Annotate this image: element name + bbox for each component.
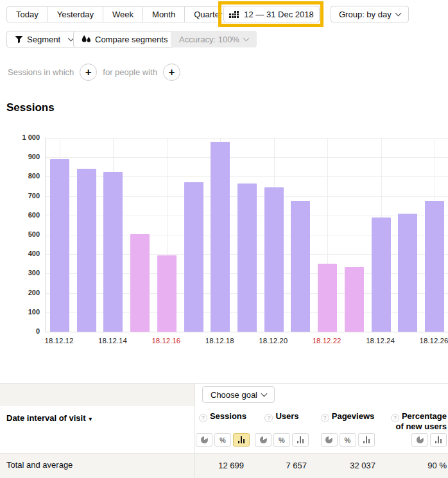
column-header-percentage-of-new-users[interactable]: ?Percentage of new users — [382, 406, 448, 432]
x-axis-label: 18.12.26 — [411, 337, 448, 345]
sort-descending-icon: ▾ — [89, 416, 92, 422]
metrica-report-page: TodayYesterdayWeekMonthQuarterYear 12 — … — [0, 0, 448, 478]
compare-segments-label: Compare segments — [95, 35, 168, 44]
bar-chart-toggle-button[interactable] — [233, 433, 250, 447]
calendar-icon — [229, 11, 239, 18]
metric-view-toggles: % — [313, 432, 382, 454]
for-people-with-label: for people with — [103, 67, 157, 77]
chart-bar-18.12.19[interactable] — [237, 184, 257, 332]
chart-bar-18.12.25[interactable] — [398, 214, 417, 332]
chart-bar-18.12.20[interactable] — [264, 187, 284, 332]
percent-icon: % — [279, 436, 285, 444]
help-icon[interactable]: ? — [199, 414, 207, 422]
chart-bar-18.12.23[interactable] — [345, 267, 364, 332]
percent-toggle-button[interactable]: % — [214, 433, 231, 447]
chart-bar-18.12.16[interactable] — [157, 255, 177, 332]
chevron-down-icon — [395, 10, 401, 17]
pie-chart-icon — [201, 436, 208, 443]
pie-chart-toggle-button[interactable] — [321, 433, 338, 447]
percent-toggle-button[interactable]: % — [273, 433, 290, 447]
y-axis-label: 1 000 — [0, 133, 40, 141]
bar-chart-icon — [297, 436, 304, 443]
pie-chart-icon — [325, 436, 332, 443]
date-interval-header[interactable]: Date interval of visit▾ — [6, 413, 92, 423]
y-axis-label: 600 — [0, 211, 40, 219]
chart-bar-18.12.18[interactable] — [211, 142, 230, 332]
table-column-divider — [194, 384, 195, 478]
period-button-week[interactable]: Week — [103, 6, 143, 22]
chart-bar-18.12.22[interactable] — [318, 264, 337, 332]
help-icon[interactable]: ? — [321, 414, 329, 422]
pie-chart-icon — [417, 436, 424, 443]
total-value-percentage-of-new-users: 90 % — [382, 454, 448, 478]
chart-bar-18.12.15[interactable] — [130, 234, 150, 332]
y-axis-label: 100 — [0, 308, 40, 316]
group-by-button[interactable]: Group: by day — [331, 6, 409, 22]
chart-bar-18.12.21[interactable] — [291, 201, 310, 332]
help-icon[interactable]: ? — [264, 414, 273, 422]
bar-chart-icon — [435, 436, 442, 443]
accuracy-button[interactable]: Accuracy: 100% — [171, 31, 257, 47]
metric-columns: ?Sessions%12 699?Users%7 657?Pageviews%3… — [195, 406, 448, 478]
y-gridline — [46, 138, 448, 139]
column-header-users[interactable]: ?Users — [250, 406, 313, 432]
goal-strip — [0, 384, 194, 406]
sessions-in-which-label: Sessions in which — [8, 67, 74, 77]
accuracy-label: Accuracy: 100% — [179, 35, 239, 44]
metric-column-users: ?Users%7 657 — [250, 406, 313, 478]
segment-button[interactable]: Segment — [6, 31, 82, 47]
x-axis-label: 18.12.14 — [90, 337, 135, 345]
bar-chart-toggle-button[interactable] — [430, 433, 447, 447]
x-axis-label: 18.12.12 — [37, 337, 82, 345]
add-user-condition-button[interactable]: + — [163, 64, 180, 81]
chart-bar-18.12.12[interactable] — [50, 159, 69, 332]
metric-view-toggles: % — [195, 432, 250, 454]
y-axis-label: 300 — [0, 269, 40, 277]
chart-title: Sessions — [6, 101, 55, 114]
period-button-today[interactable]: Today — [6, 6, 48, 22]
bar-chart-icon — [363, 436, 370, 443]
bar-chart-icon — [238, 436, 245, 443]
drops-icon — [82, 35, 91, 44]
pie-chart-toggle-button[interactable] — [255, 433, 271, 447]
segment-builder-row: Sessions in which + for people with + — [8, 63, 180, 81]
metric-view-toggles: % — [250, 432, 313, 454]
funnel-icon — [15, 35, 23, 44]
total-value-sessions: 12 699 — [195, 454, 250, 478]
chart-bar-18.12.26[interactable] — [425, 201, 444, 332]
column-label: Sessions — [210, 411, 246, 421]
y-axis-label: 0 — [0, 327, 40, 335]
chart-bar-18.12.13[interactable] — [77, 169, 96, 332]
total-value-users: 7 657 — [250, 454, 313, 478]
choose-goal-button[interactable]: Choose goal — [202, 386, 275, 403]
bar-chart-toggle-button[interactable] — [292, 433, 309, 447]
group-by-label: Group: by day — [339, 10, 392, 19]
column-label: Users — [275, 411, 298, 421]
chart-bar-18.12.17[interactable] — [184, 182, 203, 332]
total-value-pageviews: 32 037 — [313, 454, 382, 478]
total-row-label: Total and average — [6, 453, 73, 478]
period-button-yesterday[interactable]: Yesterday — [47, 6, 103, 22]
x-axis-label: 18.12.22 — [304, 337, 349, 345]
segment-label: Segment — [27, 35, 60, 44]
period-button-month[interactable]: Month — [142, 6, 185, 22]
date-range-button[interactable]: 12 — 31 Dec 2018 — [223, 6, 320, 22]
pie-chart-toggle-button[interactable] — [196, 433, 212, 447]
sessions-chart: 01002003004005006007008009001 00018.12.1… — [0, 128, 448, 353]
chevron-down-icon — [243, 35, 249, 42]
bar-chart-toggle-button[interactable] — [358, 433, 375, 447]
chart-bar-18.12.24[interactable] — [372, 218, 391, 332]
y-gridline — [46, 157, 448, 158]
y-axis-label: 700 — [0, 192, 40, 200]
y-axis-label: 200 — [0, 289, 40, 296]
date-range-label: 12 — 31 Dec 2018 — [244, 10, 313, 19]
column-header-sessions[interactable]: ?Sessions — [195, 406, 250, 432]
add-session-condition-button[interactable]: + — [80, 64, 97, 81]
percent-toggle-button[interactable]: % — [340, 433, 356, 447]
x-axis-label: 18.12.16 — [144, 337, 189, 345]
x-axis-label: 18.12.24 — [358, 337, 403, 345]
chart-bar-18.12.14[interactable] — [103, 172, 123, 332]
column-header-pageviews[interactable]: ?Pageviews — [313, 406, 382, 432]
chevron-down-icon — [261, 391, 268, 397]
pie-chart-toggle-button[interactable] — [411, 433, 428, 447]
